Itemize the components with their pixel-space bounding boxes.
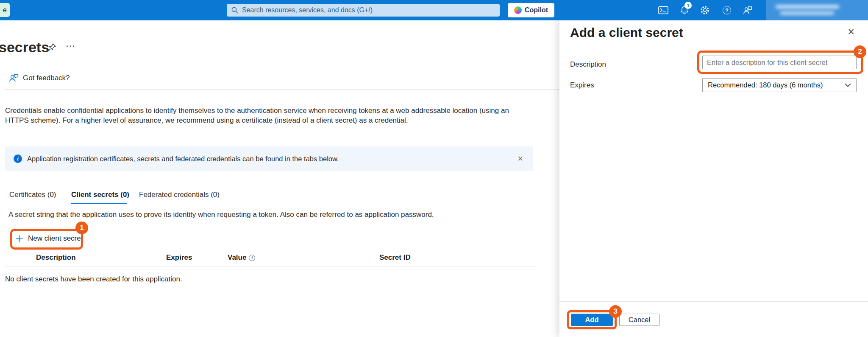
info-icon: i — [14, 154, 22, 163]
expires-dropdown[interactable]: Recommended: 180 days (6 months) — [702, 78, 857, 92]
toolbar-divider — [4, 89, 559, 90]
chevron-down-icon — [845, 83, 851, 87]
tab-client-secrets[interactable]: Client secrets (0) — [71, 187, 129, 203]
expires-selected-value: Recommended: 180 days (6 months) — [708, 81, 845, 89]
pin-icon[interactable] — [47, 42, 57, 53]
table-header-divider — [5, 267, 535, 267]
feedback-icon — [743, 6, 753, 15]
got-feedback-link[interactable]: Got feedback? — [8, 73, 70, 83]
add-button[interactable]: Add — [571, 314, 613, 326]
column-header-expires: Expires — [166, 253, 192, 262]
browser-edge-tab: e — [0, 3, 10, 17]
tab-federated-credentials[interactable]: Federated credentials (0) — [139, 187, 220, 203]
banner-close-icon[interactable]: × — [516, 154, 525, 163]
cancel-button[interactable]: Cancel — [619, 314, 659, 326]
account-email-blurred — [776, 5, 839, 8]
settings-button[interactable] — [699, 4, 711, 16]
description-input[interactable] — [702, 56, 857, 69]
global-search-input[interactable]: Search resources, services, and docs (G+… — [227, 4, 500, 17]
plus-icon — [15, 235, 23, 243]
new-client-secret-button[interactable]: New client secret — [15, 234, 83, 243]
info-banner-text: Application registration certificates, s… — [27, 155, 511, 163]
annotation-badge-step1: 1 — [75, 222, 88, 234]
credentials-intro-text: Credentials enable confidential applicat… — [5, 106, 520, 125]
account-directory-blurred — [780, 11, 834, 15]
tab-certificates[interactable]: Certificates (0) — [9, 187, 56, 203]
column-header-value: Value i — [228, 253, 255, 262]
got-feedback-label: Got feedback? — [23, 74, 70, 82]
value-header-label: Value — [228, 253, 246, 262]
account-menu[interactable] — [766, 0, 868, 20]
search-placeholder: Search resources, services, and docs (G+… — [242, 6, 373, 14]
add-client-secret-panel: Add a client secret × Description 2 Expi… — [559, 20, 868, 337]
client-secrets-description: A secret string that the application use… — [8, 211, 434, 219]
page-title: secrets — [0, 39, 49, 56]
panel-footer-divider — [559, 301, 868, 302]
empty-table-message: No client secrets have been created for … — [5, 275, 182, 284]
copilot-icon — [514, 6, 522, 14]
column-header-secret-id: Secret ID — [379, 253, 411, 262]
notification-count-badge: 1 — [684, 2, 692, 9]
feedback-button[interactable] — [742, 4, 754, 16]
edge-tab-label: e — [3, 6, 7, 14]
help-button[interactable]: ? — [721, 4, 733, 16]
top-bar: e Search resources, services, and docs (… — [0, 0, 868, 20]
description-field-label: Description — [570, 60, 606, 69]
column-header-description: Description — [36, 253, 76, 262]
new-client-secret-label: New client secret — [28, 234, 83, 243]
azure-portal-screen: e Search resources, services, and docs (… — [0, 0, 868, 337]
feedback-icon — [8, 73, 19, 83]
search-icon — [231, 6, 239, 14]
info-banner: i Application registration certificates,… — [5, 146, 533, 171]
panel-title: Add a client secret — [570, 25, 683, 40]
cloud-shell-icon — [658, 6, 668, 15]
gear-icon — [700, 5, 710, 15]
info-glyph: i — [17, 155, 19, 162]
cloud-shell-button[interactable] — [657, 4, 669, 16]
value-info-icon[interactable]: i — [249, 255, 255, 261]
panel-close-icon[interactable]: × — [848, 26, 854, 38]
active-tab-underline — [71, 203, 127, 204]
notifications-button[interactable]: 1 — [679, 4, 690, 16]
expires-field-label: Expires — [570, 81, 594, 90]
more-options-button[interactable]: … — [65, 37, 76, 49]
copilot-button[interactable]: Copilot — [508, 3, 554, 17]
help-glyph: ? — [725, 7, 729, 14]
info-glyph: i — [252, 256, 253, 260]
help-icon: ? — [723, 6, 731, 14]
copilot-label: Copilot — [525, 6, 548, 14]
